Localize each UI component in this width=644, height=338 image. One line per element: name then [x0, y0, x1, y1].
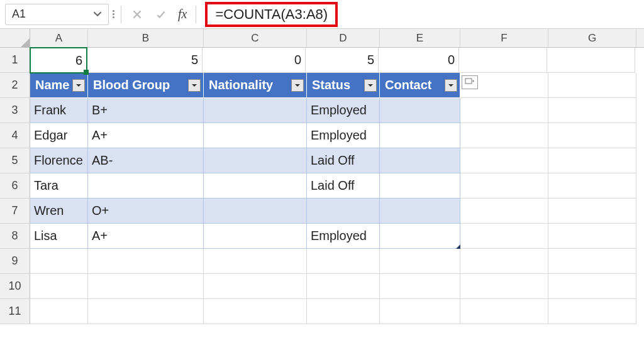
- cell-C7[interactable]: [204, 199, 307, 224]
- cell-F3[interactable]: [460, 98, 548, 123]
- cell-C11[interactable]: [204, 299, 307, 324]
- column-header-B[interactable]: B: [88, 29, 204, 47]
- cell-E10[interactable]: [380, 274, 460, 299]
- row-header-6[interactable]: 6: [0, 173, 30, 199]
- cell-G2[interactable]: [548, 73, 636, 98]
- column-header-F[interactable]: F: [460, 29, 548, 47]
- cell-B11[interactable]: [88, 299, 204, 324]
- column-header-D[interactable]: D: [307, 29, 380, 47]
- cell-G7[interactable]: [548, 199, 636, 224]
- cell-G10[interactable]: [548, 274, 636, 299]
- cell-C5[interactable]: [204, 148, 307, 173]
- filter-button[interactable]: [188, 79, 201, 92]
- filter-button[interactable]: [445, 79, 457, 92]
- cell-D6[interactable]: Laid Off: [307, 173, 380, 199]
- cancel-button[interactable]: [126, 4, 148, 25]
- cell-A8[interactable]: Lisa: [30, 224, 88, 249]
- cell-G9[interactable]: [548, 249, 636, 274]
- cell-A9[interactable]: [30, 249, 88, 274]
- row-header-8[interactable]: 8: [0, 224, 30, 249]
- row-header-5[interactable]: 5: [0, 148, 30, 173]
- cell-G4[interactable]: [548, 123, 636, 148]
- cell-B9[interactable]: [88, 249, 204, 274]
- cell-F1[interactable]: [459, 48, 547, 73]
- cell-E5[interactable]: [380, 148, 460, 173]
- cell-F4[interactable]: [460, 123, 548, 148]
- row-header-3[interactable]: 3: [0, 98, 30, 123]
- row-header-4[interactable]: 4: [0, 123, 30, 148]
- cell-F9[interactable]: [460, 249, 548, 274]
- cell-C10[interactable]: [204, 274, 307, 299]
- cell-G6[interactable]: [548, 173, 636, 199]
- row-header-1[interactable]: 1: [0, 48, 30, 73]
- cell-D4[interactable]: Employed: [307, 123, 380, 148]
- cell-C4[interactable]: [204, 123, 307, 148]
- table-header-contact[interactable]: Contact: [380, 73, 460, 98]
- cell-A3[interactable]: Frank: [30, 98, 88, 123]
- cell-E1[interactable]: 0: [379, 48, 459, 73]
- cell-B1[interactable]: 5: [87, 48, 203, 73]
- cell-A7[interactable]: Wren: [30, 199, 88, 224]
- cell-D7[interactable]: [307, 199, 380, 224]
- cell-B6[interactable]: [88, 173, 204, 199]
- fx-icon[interactable]: fx: [174, 7, 191, 21]
- cell-G3[interactable]: [548, 98, 636, 123]
- cell-F7[interactable]: [460, 199, 548, 224]
- cell-C3[interactable]: [204, 98, 307, 123]
- drag-handle-icon[interactable]: [111, 10, 116, 18]
- cell-B5[interactable]: AB-: [88, 148, 204, 173]
- cell-B7[interactable]: O+: [88, 199, 204, 224]
- cell-C8[interactable]: [204, 224, 307, 249]
- cell-F11[interactable]: [460, 299, 548, 324]
- table-header-name[interactable]: Name: [30, 73, 88, 98]
- cell-A4[interactable]: Edgar: [30, 123, 88, 148]
- select-all-corner[interactable]: [0, 29, 30, 48]
- cell-G1[interactable]: [547, 48, 635, 73]
- cell-A5[interactable]: Florence: [30, 148, 88, 173]
- cell-C9[interactable]: [204, 249, 307, 274]
- cell-D9[interactable]: [307, 249, 380, 274]
- table-header-nationality[interactable]: Nationality: [204, 73, 307, 98]
- column-header-A[interactable]: A: [30, 29, 88, 47]
- name-box[interactable]: A1: [5, 4, 109, 25]
- enter-button[interactable]: [150, 4, 172, 25]
- cell-D11[interactable]: [307, 299, 380, 324]
- cell-A6[interactable]: Tara: [30, 173, 88, 199]
- row-header-7[interactable]: 7: [0, 199, 30, 224]
- cell-B4[interactable]: A+: [88, 123, 204, 148]
- cell-E7[interactable]: [380, 199, 460, 224]
- cell-C1[interactable]: 0: [203, 48, 306, 73]
- cell-D5[interactable]: Laid Off: [307, 148, 380, 173]
- cell-D1[interactable]: 5: [306, 48, 379, 73]
- cell-D10[interactable]: [307, 274, 380, 299]
- cell-E8[interactable]: [380, 224, 460, 249]
- cell-A1[interactable]: 6: [30, 47, 87, 74]
- row-header-10[interactable]: 10: [0, 274, 30, 299]
- cell-B8[interactable]: A+: [88, 224, 204, 249]
- cell-G8[interactable]: [548, 224, 636, 249]
- cell-E4[interactable]: [380, 123, 460, 148]
- column-header-C[interactable]: C: [204, 29, 307, 47]
- filter-button[interactable]: [72, 79, 85, 92]
- column-header-E[interactable]: E: [380, 29, 460, 47]
- cell-F8[interactable]: [460, 224, 548, 249]
- cell-E11[interactable]: [380, 299, 460, 324]
- cell-E6[interactable]: [380, 173, 460, 199]
- table-resize-handle[interactable]: [456, 244, 460, 249]
- cell-F10[interactable]: [460, 274, 548, 299]
- cell-E9[interactable]: [380, 249, 460, 274]
- cell-E3[interactable]: [380, 98, 460, 123]
- formula-input[interactable]: =COUNTA(A3:A8): [205, 2, 338, 27]
- cell-G5[interactable]: [548, 148, 636, 173]
- cell-G11[interactable]: [548, 299, 636, 324]
- cell-F6[interactable]: [460, 173, 548, 199]
- cell-F2[interactable]: [460, 73, 548, 98]
- cell-B3[interactable]: B+: [88, 98, 204, 123]
- filter-button[interactable]: [364, 79, 377, 92]
- row-header-2[interactable]: 2: [0, 73, 30, 98]
- filter-button[interactable]: [291, 79, 304, 92]
- cell-A11[interactable]: [30, 299, 88, 324]
- column-header-G[interactable]: G: [548, 29, 636, 47]
- cell-D8[interactable]: Employed: [307, 224, 380, 249]
- table-header-blood-group[interactable]: Blood Group: [88, 73, 204, 98]
